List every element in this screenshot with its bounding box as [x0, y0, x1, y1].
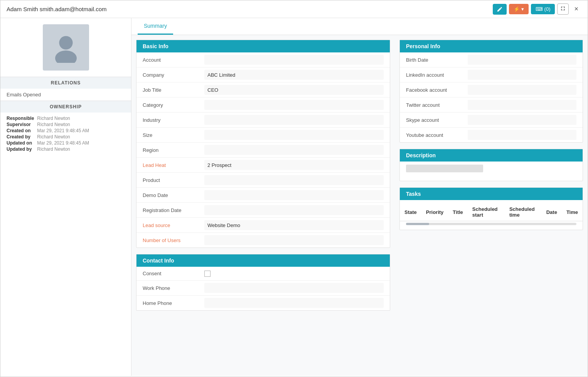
lead-source-row: Lead source Website Demo	[136, 218, 390, 233]
tab-summary[interactable]: Summary	[138, 18, 173, 35]
demo-date-value	[204, 190, 384, 200]
company-label: Company	[143, 72, 204, 78]
facebook-label: Facebook account	[406, 87, 468, 93]
personal-info-header: Personal Info	[400, 40, 583, 52]
expand-icon	[560, 5, 566, 12]
description-card: Description	[399, 149, 583, 181]
size-row: Size	[136, 128, 390, 143]
home-phone-value	[204, 298, 384, 308]
left-column: Basic Info Account Company ABC Limited	[131, 35, 395, 321]
product-row: Product	[136, 173, 390, 188]
skype-label: Skype account	[406, 117, 468, 123]
twitter-value	[468, 100, 576, 110]
col-priority: Priority	[421, 203, 448, 221]
action-label: ⚡	[514, 6, 520, 12]
category-value	[204, 100, 384, 110]
chat-button[interactable]: ⌨ (0)	[531, 4, 555, 14]
col-time: Time	[562, 203, 583, 221]
registration-date-label: Registration Date	[143, 207, 204, 213]
size-value	[204, 130, 384, 140]
demo-date-label: Demo Date	[143, 192, 204, 198]
header-title: Adam Smith smith.adam@hotmail.com	[7, 6, 493, 12]
birth-date-row: Birth Date	[400, 52, 583, 67]
avatar-icon	[51, 32, 81, 63]
linkedin-value	[468, 70, 576, 80]
home-phone-row: Home Phone	[136, 296, 390, 310]
num-users-label: Number of Users	[143, 237, 204, 243]
account-label: Account	[143, 57, 204, 63]
created-by-label: Created by	[7, 134, 34, 140]
right-column: Personal Info Birth Date LinkedIn accoun…	[395, 35, 588, 321]
skype-row: Skype account	[400, 113, 583, 128]
company-row: Company ABC Limited	[136, 67, 390, 82]
responsible-value: Richard Newton	[37, 116, 125, 121]
created-on-label: Created on	[7, 128, 34, 133]
consent-label: Consent	[143, 271, 204, 276]
close-button[interactable]: ×	[571, 3, 581, 15]
pencil-icon	[497, 6, 503, 12]
twitter-label: Twitter account	[406, 102, 468, 108]
dropdown-arrow: ▾	[521, 6, 524, 12]
youtube-row: Youtube account	[400, 128, 583, 142]
consent-checkbox[interactable]	[204, 271, 211, 277]
tasks-body: State Priority Title Scheduled start Sch…	[400, 200, 583, 230]
account-row: Account	[136, 52, 390, 67]
product-value	[204, 175, 384, 185]
industry-value	[204, 115, 384, 125]
job-title-value: CEO	[204, 85, 384, 95]
facebook-row: Facebook account	[400, 82, 583, 98]
relations-section: RELATIONS Emails Opened	[0, 77, 131, 101]
tasks-scrollbar[interactable]	[406, 223, 576, 225]
twitter-row: Twitter account	[400, 98, 583, 113]
basic-info-body: Account Company ABC Limited Job Title CE…	[136, 52, 390, 247]
work-phone-value	[204, 283, 384, 293]
col-state: State	[400, 203, 421, 221]
region-value	[204, 145, 384, 155]
registration-date-row: Registration Date	[136, 203, 390, 218]
num-users-row: Number of Users	[136, 233, 390, 247]
action-dropdown-button[interactable]: ⚡ ▾	[509, 4, 529, 14]
tasks-scrollbar-thumb[interactable]	[406, 223, 429, 225]
updated-on-label: Updated on	[7, 140, 34, 146]
company-value: ABC Limited	[204, 70, 384, 80]
created-on-value: Mar 29, 2021 9:48:45 AM	[37, 128, 125, 133]
emails-opened-item[interactable]: Emails Opened	[0, 89, 131, 101]
contact-info-card: Contact Info Consent Work Phone	[136, 254, 390, 311]
youtube-value	[468, 130, 576, 140]
consent-row: Consent	[136, 267, 390, 281]
facebook-value	[468, 85, 576, 95]
linkedin-label: LinkedIn account	[406, 72, 468, 78]
description-header: Description	[400, 149, 583, 162]
category-label: Category	[143, 102, 204, 108]
responsible-label: Responsible	[7, 116, 34, 121]
basic-info-card: Basic Info Account Company ABC Limited	[136, 40, 390, 248]
work-phone-row: Work Phone	[136, 281, 390, 296]
num-users-value	[204, 235, 384, 245]
region-row: Region	[136, 143, 390, 158]
body-layout: RELATIONS Emails Opened OWNERSHIP Respon…	[0, 18, 588, 376]
job-title-label: Job Title	[143, 87, 204, 93]
contact-info-header: Contact Info	[136, 254, 390, 267]
header: Adam Smith smith.adam@hotmail.com ⚡ ▾ ⌨ …	[0, 0, 588, 18]
col-scheduled-start: Scheduled start	[468, 203, 505, 221]
edit-button[interactable]	[493, 4, 507, 15]
registration-date-value	[204, 205, 384, 215]
ownership-grid: Responsible Richard Newton Supervisor Ri…	[0, 113, 131, 155]
avatar	[43, 24, 89, 71]
supervisor-label: Supervisor	[7, 122, 34, 127]
youtube-label: Youtube account	[406, 132, 468, 138]
size-label: Size	[143, 132, 204, 138]
demo-date-row: Demo Date	[136, 188, 390, 203]
sections-row: Basic Info Account Company ABC Limited	[131, 35, 588, 321]
col-title: Title	[448, 203, 468, 221]
ownership-section: OWNERSHIP Responsible Richard Newton Sup…	[0, 101, 131, 155]
updated-on-value: Mar 29, 2021 9:48:45 AM	[37, 140, 125, 146]
expand-button[interactable]	[557, 3, 569, 15]
ownership-title: OWNERSHIP	[0, 101, 131, 113]
lead-heat-row: Lead Heat 2 Prospect	[136, 158, 390, 173]
svg-point-0	[59, 36, 72, 49]
skype-value	[468, 115, 576, 125]
industry-label: Industry	[143, 117, 204, 123]
col-scheduled-time: Scheduled time	[505, 203, 542, 221]
header-actions: ⚡ ▾ ⌨ (0) ×	[493, 3, 581, 15]
